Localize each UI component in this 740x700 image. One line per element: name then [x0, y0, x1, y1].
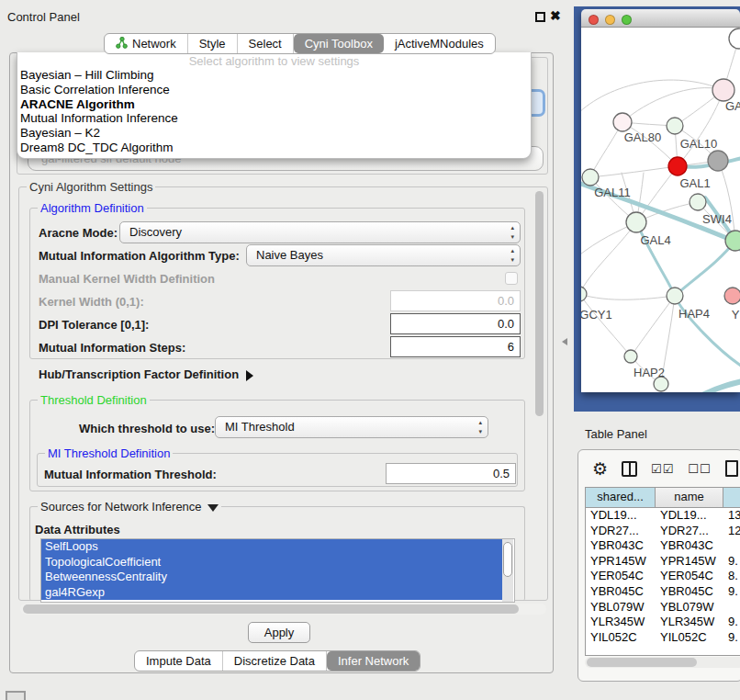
- network-window-titlebar[interactable]: [581, 9, 740, 28]
- column-header-name[interactable]: name: [656, 488, 723, 507]
- algorithm-option-selected[interactable]: ARACNE Algorithm: [17, 97, 531, 112]
- collapse-arrow-icon: [207, 504, 219, 512]
- scrollbar-thumb[interactable]: [535, 191, 544, 416]
- attribute-item-selected[interactable]: BetweennessCentrality: [41, 570, 502, 585]
- table-horizontal-scrollbar[interactable]: [585, 657, 740, 668]
- node-gal1-selected[interactable]: [668, 157, 687, 175]
- table-toolbar: ⚙ ☑☑ ☐☐: [578, 450, 740, 487]
- tab-impute-data[interactable]: Impute Data: [135, 651, 223, 671]
- tab-discretize-data[interactable]: Discretize Data: [223, 651, 327, 671]
- node-gal80[interactable]: [613, 113, 632, 131]
- settings-vertical-scrollbar[interactable]: [534, 187, 544, 599]
- minimized-panel-icon[interactable]: [6, 691, 26, 700]
- cell: YBR043C: [586, 538, 656, 554]
- node-swi4[interactable]: [690, 194, 706, 210]
- sources-group-title[interactable]: Sources for Network Inference: [38, 500, 221, 514]
- algorithm-option[interactable]: Mutual Information Inference: [17, 111, 531, 126]
- attribute-item-selected[interactable]: TopologicalCoefficient: [41, 555, 502, 570]
- table-row[interactable]: YDR27...YDR27...12: [586, 524, 740, 539]
- node-gal10[interactable]: [667, 118, 683, 134]
- table-row[interactable]: YDL19...YDL19...13: [586, 508, 740, 524]
- node-hap4[interactable]: [667, 288, 683, 304]
- column-header-partial[interactable]: [723, 488, 740, 507]
- cell: YBL079W: [586, 600, 656, 615]
- tab-style[interactable]: Style: [188, 34, 238, 53]
- table-row[interactable]: YBR045CYBR045C9.: [586, 584, 740, 600]
- window-zoom-button[interactable]: [622, 15, 632, 25]
- mi-steps-field[interactable]: 6: [390, 336, 521, 357]
- tab-cyni-toolbox[interactable]: Cyni Toolbox: [294, 34, 384, 53]
- node-salmon[interactable]: [724, 288, 740, 304]
- which-threshold-combo[interactable]: MI Threshold ▴▾: [215, 416, 488, 438]
- attributes-scrollbar[interactable]: [502, 539, 513, 602]
- sources-title-label: Sources for Network Inference: [40, 500, 202, 514]
- scrollbar-thumb[interactable]: [23, 604, 519, 614]
- aracne-mode-value: Discovery: [129, 225, 182, 239]
- mi-algorithm-type-value: Naive Bayes: [256, 248, 323, 262]
- mi-steps-label: Mutual Information Steps:: [39, 341, 185, 355]
- attribute-item-selected[interactable]: SelfLoops: [41, 539, 502, 555]
- node-hap2[interactable]: [624, 350, 637, 363]
- node-label: HAP4: [678, 307, 710, 321]
- scrollbar-thumb[interactable]: [587, 658, 697, 667]
- column-header-shared-name[interactable]: shared...: [586, 488, 656, 507]
- window-minimize-button[interactable]: [605, 15, 615, 25]
- network-canvas[interactable]: GAL GAL80 GAL10 GAL1 GAL11 SWI4 GAL4 GCY…: [581, 28, 740, 392]
- scrollbar-thumb[interactable]: [503, 542, 512, 577]
- gear-icon[interactable]: ⚙: [592, 458, 608, 480]
- deselect-all-checkboxes-icon[interactable]: ☐☐: [688, 462, 711, 476]
- mi-threshold-group-title: MI Threshold Definition: [45, 446, 173, 460]
- node-gal11[interactable]: [582, 169, 599, 186]
- cell: YBL079W: [656, 600, 723, 615]
- panel-splitter-handle[interactable]: [562, 338, 567, 345]
- algorithm-option[interactable]: Bayesian – K2: [17, 126, 531, 141]
- apply-button[interactable]: Apply: [248, 622, 310, 643]
- dpi-tolerance-field[interactable]: 0.0: [390, 313, 521, 334]
- table-row[interactable]: YPR145WYPR145W9.: [586, 554, 740, 570]
- node-gcy1[interactable]: [581, 287, 587, 301]
- window-close-button[interactable]: [589, 15, 599, 25]
- table-row[interactable]: YER054CYER054C8.: [586, 569, 740, 584]
- kernel-width-field[interactable]: 0.0: [390, 290, 521, 311]
- algorithm-option[interactable]: Bayesian – Hill Climbing: [17, 68, 531, 83]
- table-row[interactable]: YBL079WYBL079W: [586, 600, 740, 615]
- node-gray[interactable]: [708, 151, 728, 171]
- hub-definition-expander[interactable]: Hub/Transcription Factor Definition: [39, 367, 253, 381]
- combo-arrows-icon: ▴▾: [510, 223, 514, 242]
- cell: YPR145W: [656, 554, 723, 570]
- algorithm-option[interactable]: Basic Correlation Inference: [17, 83, 531, 97]
- algorithm-option[interactable]: Dream8 DC_TDC Algorithm: [17, 141, 531, 155]
- aracne-mode-combo[interactable]: Discovery ▴▾: [119, 221, 521, 243]
- export-table-icon[interactable]: [725, 460, 738, 477]
- hub-definition-label: Hub/Transcription Factor Definition: [39, 367, 239, 381]
- select-all-checkboxes-icon[interactable]: ☑☑: [651, 462, 674, 476]
- table-row[interactable]: YIL052CYIL052C9.: [586, 630, 740, 646]
- manual-kernel-width-checkbox[interactable]: [505, 272, 518, 285]
- tab-infer-network[interactable]: Infer Network: [327, 651, 420, 671]
- attribute-item-selected[interactable]: gal4RGexp: [41, 585, 502, 601]
- table-row[interactable]: YLR345WYLR345W9.: [586, 615, 740, 630]
- tab-select-label: Select: [249, 37, 282, 51]
- data-attributes-list[interactable]: SelfLoops TopologicalCoefficient Between…: [40, 538, 515, 603]
- columns-icon[interactable]: [622, 461, 637, 477]
- tab-select[interactable]: Select: [238, 34, 294, 53]
- cell: YER054C: [586, 569, 656, 584]
- float-window-icon[interactable]: [535, 12, 545, 22]
- mi-threshold-field[interactable]: 0.5: [386, 463, 516, 484]
- tab-infer-network-label: Infer Network: [338, 654, 409, 668]
- tab-jactivemnodules-label: jActiveMNodules: [395, 37, 484, 51]
- node-green[interactable]: [725, 231, 740, 251]
- table-row[interactable]: YBR043CYBR043C: [586, 538, 740, 554]
- settings-horizontal-scrollbar[interactable]: [20, 604, 546, 615]
- kernel-width-label: Kernel Width (0,1):: [39, 295, 144, 309]
- mi-algorithm-type-combo[interactable]: Naive Bayes ▴▾: [246, 244, 521, 266]
- node[interactable]: [729, 28, 740, 49]
- cell: YER054C: [656, 569, 723, 584]
- close-icon[interactable]: ✖: [550, 8, 561, 23]
- tab-impute-data-label: Impute Data: [146, 654, 211, 668]
- tab-network[interactable]: Network: [105, 34, 188, 53]
- node-gal4[interactable]: [626, 212, 646, 232]
- tab-jactivemnodules[interactable]: jActiveMNodules: [384, 34, 495, 53]
- node[interactable]: [712, 79, 734, 101]
- control-panel: Control Panel ✖ gal-filtered sif default…: [0, 0, 563, 680]
